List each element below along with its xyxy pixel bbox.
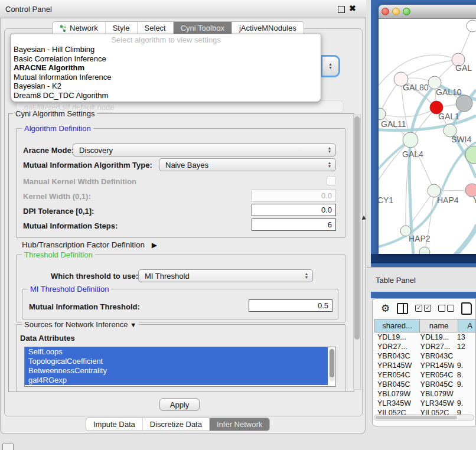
table-row[interactable]: YBR043CYBR043C — [374, 351, 476, 361]
column-header[interactable]: shared... — [375, 319, 420, 332]
kernel-width-label: Kernel Width (0,1): — [23, 192, 91, 201]
table-cell: 8. — [454, 370, 476, 380]
network-icon — [60, 25, 67, 32]
kernel-width-field[interactable]: 0.0 — [252, 190, 336, 202]
network-node[interactable] — [419, 247, 430, 254]
tab-discretize-data[interactable]: Discretize Data — [143, 418, 210, 431]
algorithm-option[interactable]: Mutual Information Inference — [11, 73, 321, 82]
close-icon[interactable]: ✖ — [349, 4, 356, 13]
gear-icon[interactable]: ⚙ — [381, 302, 390, 315]
network-node-label: GAL80 — [403, 83, 429, 92]
zoom-traffic-icon[interactable] — [403, 8, 410, 15]
network-edge[interactable] — [401, 60, 458, 79]
table-panel-title: Table Panel — [376, 276, 416, 285]
manual-kernel-checkbox[interactable] — [327, 176, 336, 185]
network-window-titlebar[interactable] — [379, 5, 476, 19]
stepper-down-icon: ▼ — [328, 66, 332, 70]
hub-definition-toggle[interactable]: Hub/Transcription Factor Definition ▶ — [22, 240, 157, 249]
data-attribute-item[interactable]: TopologicalCoefficient — [25, 357, 328, 366]
table-cell: 9. — [454, 380, 476, 389]
network-canvas[interactable]: GALGAL80GAL10GAL1GAL11SWI4GAL4GCY1HAP4YH… — [379, 19, 476, 254]
algorithm-combo-stepper[interactable]: ▲▼ — [322, 57, 338, 76]
table-cell: YER054C — [418, 370, 454, 380]
algorithm-option[interactable]: Basic Correlation Inference — [11, 54, 321, 64]
hub-definition-label: Hub/Transcription Factor Definition — [22, 240, 145, 249]
which-threshold-combo[interactable]: MI Threshold ▲▼ — [138, 269, 313, 282]
mi-threshold-title: MI Threshold Definition — [28, 285, 111, 294]
data-attribute-item[interactable]: BetweennessCentrality — [25, 366, 328, 376]
network-edge[interactable] — [410, 140, 434, 191]
mi-threshold-field[interactable]: 0.5 — [249, 299, 332, 312]
new-table-icon[interactable] — [461, 302, 472, 315]
table-h-scrollbar-thumb[interactable] — [376, 416, 457, 419]
table-row[interactable]: YER054CYER054C8. — [374, 370, 476, 380]
apply-button[interactable]: Apply — [159, 398, 200, 411]
table-cell: YDR27... — [374, 342, 418, 351]
table-row[interactable]: YLR345WYLR345W9. — [374, 399, 476, 408]
table-row[interactable]: YBR045CYBR045C9. — [374, 380, 476, 389]
data-attribute-item[interactable]: gal4RGexp — [25, 376, 328, 385]
float-window-icon[interactable] — [338, 6, 345, 13]
network-edge-thick[interactable] — [455, 225, 476, 254]
close-traffic-icon[interactable] — [382, 8, 389, 15]
data-attributes-list[interactable]: SelfLoopsTopologicalCoefficientBetweenne… — [24, 347, 336, 387]
network-node[interactable] — [456, 95, 472, 112]
sources-toggle[interactable]: Sources for Network Inference ▼ — [22, 320, 139, 329]
kernel-width-value: 0.0 — [321, 191, 332, 200]
algorithm-option[interactable]: ARACNE Algorithm — [11, 63, 321, 73]
algorithm-option[interactable]: Bayesian - K2 — [11, 81, 321, 91]
tab-jactivemnodules-label: jActiveMNodules — [239, 24, 296, 32]
algorithm-dropdown-placeholder: Select algorithm to view settings — [11, 34, 321, 45]
data-attribute-item[interactable]: SelfLoops — [25, 347, 328, 357]
table-row[interactable]: YDL19...YDL19...13 — [374, 332, 476, 342]
network-graph[interactable]: GALGAL80GAL10GAL1GAL11SWI4GAL4GCY1HAP4YH… — [379, 19, 476, 254]
network-node-label: GAL10 — [436, 87, 462, 97]
table-row[interactable]: YBL079WYBL079W — [374, 389, 476, 399]
network-window[interactable]: GALGAL80GAL10GAL1GAL11SWI4GAL4GCY1HAP4YH… — [379, 5, 476, 254]
algorithm-option[interactable]: Dream8 DC_TDC Algorithm — [11, 91, 321, 100]
table-cell: YLR345W — [418, 399, 454, 408]
network-node[interactable] — [467, 20, 476, 32]
table-row[interactable]: YDR27...YDR27...12 — [374, 342, 476, 351]
select-all-icon[interactable]: ✓ ✓ — [415, 305, 431, 312]
table-row[interactable]: YPR145WYPR145W9. — [374, 361, 476, 370]
table-panel-titlebar[interactable]: Table Panel — [367, 267, 476, 291]
mi-steps-field[interactable]: 6 — [252, 219, 336, 231]
table-cell: YER054C — [374, 370, 418, 380]
network-node-label: HAP2 — [409, 234, 431, 243]
network-node-label: Y — [473, 195, 476, 205]
settings-scrollbar-thumb[interactable] — [354, 116, 360, 340]
control-panel-titlebar[interactable]: Control Panel ✖ — [0, 0, 366, 18]
table-cell: YDR27... — [418, 342, 454, 351]
aracne-mode-label: Aracne Mode: — [23, 146, 74, 155]
network-node-label: GAL11 — [381, 119, 406, 129]
table-h-scrollbar[interactable] — [374, 415, 474, 420]
algorithm-option[interactable]: Bayesian - Hill Climbing — [11, 45, 321, 54]
tab-network-label: Network — [70, 24, 98, 32]
data-attributes-label: Data Attributes — [20, 334, 75, 343]
network-edge[interactable] — [380, 107, 436, 117]
minimize-traffic-icon[interactable] — [392, 8, 400, 15]
list-scrollbar[interactable] — [329, 348, 335, 381]
network-edge[interactable] — [379, 140, 410, 191]
column-header[interactable]: name — [420, 319, 458, 332]
table-header-row: shared...nameA — [374, 319, 476, 332]
table-cell: YBL079W — [374, 389, 418, 399]
split-columns-icon[interactable] — [397, 303, 408, 314]
network-node[interactable] — [403, 132, 418, 148]
tab-impute-data[interactable]: Impute Data — [86, 418, 143, 431]
docked-panel-icon[interactable] — [2, 443, 14, 450]
deselect-all-icon[interactable] — [438, 305, 454, 312]
dpi-tolerance-field[interactable]: 0.0 — [252, 204, 336, 216]
tab-infer-network[interactable]: Infer Network — [210, 418, 269, 431]
list-scrollbar-thumb[interactable] — [330, 349, 334, 377]
dpi-tolerance-label: DPI Tolerance [0,1]: — [23, 207, 94, 216]
network-node-label: GAL — [455, 63, 472, 73]
checked-box-icon: ✓ — [424, 305, 431, 312]
network-node[interactable] — [465, 184, 476, 197]
aracne-mode-combo[interactable]: Discovery ▲▼ — [73, 144, 336, 156]
column-header[interactable]: A — [458, 319, 476, 332]
mi-type-combo[interactable]: Naive Bayes ▲▼ — [159, 158, 336, 171]
unchecked-box-icon — [438, 305, 445, 312]
settings-scrollbar[interactable] — [353, 115, 361, 390]
